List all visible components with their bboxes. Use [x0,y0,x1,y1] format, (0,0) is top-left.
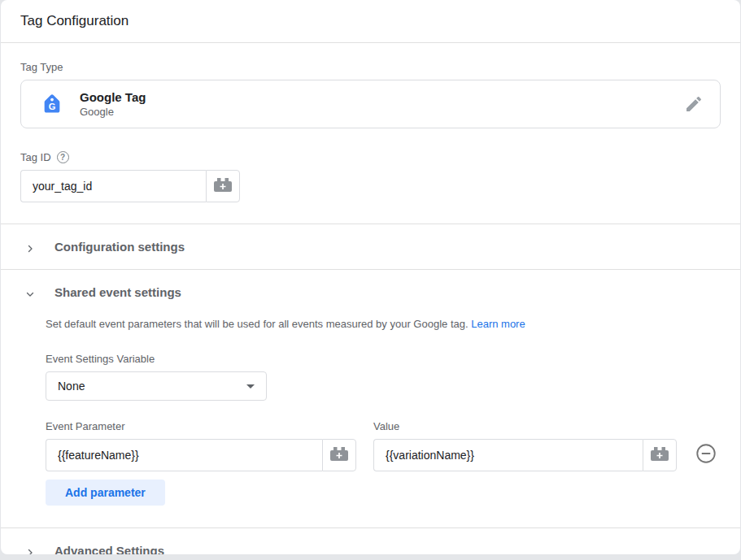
value-input[interactable] [373,439,643,471]
help-icon[interactable]: ? [57,151,69,163]
parameter-variable-picker-button[interactable] [322,439,356,471]
event-parameter-input[interactable] [46,439,322,471]
tag-type-text: Google Tag Google [80,90,684,118]
brick-plus-icon [214,178,232,194]
event-settings-variable-label: Event Settings Variable [46,353,721,365]
value-variable-picker-button[interactable] [643,439,677,471]
minus-circle-icon [695,455,717,467]
chevron-down-icon [25,288,35,297]
tag-id-variable-picker-button[interactable] [206,170,240,202]
section-label: Configuration settings [54,240,185,254]
caret-down-icon [246,384,255,389]
panel-header: Tag Configuration [1,0,740,43]
event-settings-variable-dropdown[interactable]: None [46,371,267,401]
tag-id-input[interactable] [20,170,206,202]
section-configuration-settings[interactable]: Configuration settings [20,224,721,269]
value-input-group [373,439,677,471]
brick-plus-icon [330,447,348,463]
section-label: Shared event settings [54,285,181,299]
add-parameter-button[interactable]: Add parameter [46,480,165,506]
svg-text:G: G [49,102,56,111]
tag-configuration-panel: Tag Configuration Tag Type G Google Tag … [1,0,740,554]
edit-pencil-icon[interactable] [684,94,704,114]
shared-event-settings-content: Set default event parameters that will b… [20,315,721,527]
event-parameter-header: Event Parameter [46,420,356,432]
chevron-right-icon [25,242,35,252]
section-shared-event-settings[interactable]: Shared event settings [20,270,721,315]
tag-type-card[interactable]: G Google Tag Google [20,80,721,128]
remove-parameter-button[interactable] [695,442,717,465]
section-label: Advanced Settings [54,544,164,554]
tag-id-input-group [20,170,240,202]
tag-type-label: Tag Type [20,61,721,73]
dropdown-selected-value: None [58,380,85,393]
google-tag-icon: G [41,93,63,115]
value-header: Value [373,420,677,432]
parameter-row: Event Parameter [46,420,721,471]
description-text: Set default event parameters that will b… [46,318,469,330]
brick-plus-icon [651,447,669,463]
tag-id-label-row: Tag ID ? [20,151,721,163]
tag-id-label: Tag ID [20,151,51,163]
chevron-right-icon [25,546,35,555]
section-advanced-settings[interactable]: Advanced Settings [20,528,721,554]
event-parameter-input-group [46,439,356,471]
shared-event-description: Set default event parameters that will b… [46,318,721,330]
page-title: Tag Configuration [20,13,129,29]
learn-more-link[interactable]: Learn more [471,318,525,330]
tag-type-vendor: Google [80,106,684,118]
tag-type-name: Google Tag [80,90,684,104]
